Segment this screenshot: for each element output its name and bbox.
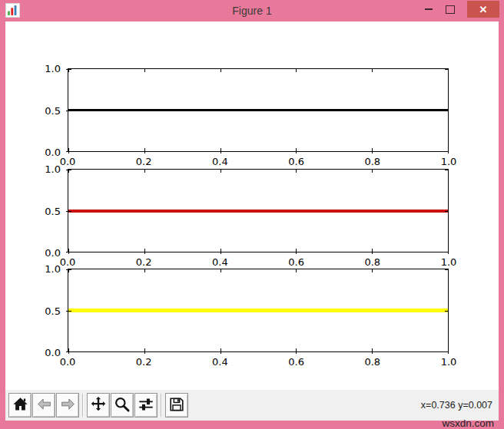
subplot-3: 0.00.20.40.60.81.00.00.51.0 — [68, 269, 449, 352]
watermark: wsxdn.com — [442, 418, 494, 429]
x-tick-mark — [372, 148, 373, 153]
y-tick-label: 0.5 — [45, 205, 61, 216]
x-tick-mark — [448, 69, 449, 72]
close-button[interactable]: ✕ — [467, 1, 499, 18]
zoom-button[interactable] — [111, 393, 134, 417]
y-tick-mark — [445, 252, 448, 252]
x-tick-mark — [372, 170, 373, 173]
toolbar: x=0.736 y=0.007 — [5, 390, 499, 421]
x-tick-label: 0.6 — [288, 356, 304, 368]
x-tick-label: 1.0 — [441, 356, 457, 368]
minimize-button[interactable] — [418, 1, 439, 18]
y-tick-mark — [66, 311, 71, 312]
x-tick-label: 0.2 — [136, 256, 152, 268]
x-tick-mark — [220, 249, 221, 254]
x-tick-label: 1.0 — [441, 256, 457, 268]
axes-area[interactable] — [68, 169, 449, 252]
y-tick-mark — [445, 151, 448, 152]
x-tick-label: 0.8 — [364, 356, 380, 368]
back-button[interactable] — [32, 393, 55, 417]
y-tick-label: 1.0 — [45, 263, 61, 275]
x-tick-mark — [144, 269, 145, 272]
x-tick-label: 0.6 — [288, 256, 304, 268]
subplot-1: 0.00.20.40.60.81.00.00.51.0 — [68, 68, 449, 152]
data-line — [68, 109, 448, 111]
x-tick-label: 0.4 — [212, 256, 228, 268]
x-tick-label: 0.2 — [136, 156, 152, 167]
y-tick-mark — [66, 211, 71, 212]
cursor-status: x=0.736 y=0.007 — [421, 390, 492, 421]
x-tick-label: 0.0 — [60, 356, 76, 368]
zoom-magnifier-icon — [114, 396, 131, 415]
y-tick-mark — [445, 269, 448, 270]
data-line — [68, 210, 448, 213]
y-tick-mark — [445, 351, 448, 352]
maximize-button[interactable] — [439, 1, 461, 18]
toolbar-separator — [82, 394, 83, 417]
x-tick-label: 0.0 — [60, 156, 76, 167]
forward-button[interactable] — [56, 393, 79, 417]
x-tick-mark — [296, 69, 297, 72]
x-tick-mark — [220, 148, 221, 153]
y-tick-mark — [66, 269, 71, 270]
x-tick-mark — [296, 148, 297, 153]
x-tick-label: 0.0 — [60, 256, 76, 268]
subplot-2: 0.00.20.40.60.81.00.00.51.0 — [68, 169, 449, 252]
toolbar-buttons — [8, 393, 188, 417]
save-floppy-icon — [168, 396, 185, 415]
x-tick-mark — [220, 269, 221, 272]
x-tick-mark — [372, 269, 373, 272]
x-tick-mark — [144, 69, 145, 72]
y-tick-label: 0.5 — [45, 104, 61, 116]
y-tick-mark — [66, 111, 71, 111]
axes-area[interactable] — [68, 269, 449, 352]
x-tick-mark — [296, 269, 297, 272]
y-tick-label: 1.0 — [45, 163, 61, 175]
y-tick-label: 0.0 — [45, 247, 61, 259]
x-tick-mark — [144, 170, 145, 173]
x-tick-label: 0.8 — [364, 256, 380, 268]
x-tick-mark — [220, 348, 221, 354]
forward-arrow-icon — [60, 396, 76, 414]
sliders-icon — [138, 396, 154, 415]
x-tick-mark — [296, 249, 297, 254]
y-tick-mark — [66, 69, 71, 70]
y-tick-mark — [66, 252, 71, 252]
y-tick-mark — [66, 170, 71, 170]
y-tick-mark — [445, 69, 448, 70]
y-tick-mark — [445, 111, 448, 111]
y-tick-mark — [445, 311, 448, 312]
data-line — [68, 309, 448, 312]
x-tick-mark — [448, 348, 449, 354]
x-tick-mark — [144, 148, 145, 153]
x-tick-label: 0.8 — [364, 156, 380, 167]
configure-subplots-button[interactable] — [134, 393, 158, 417]
x-tick-mark — [296, 170, 297, 173]
x-tick-label: 0.4 — [212, 356, 228, 368]
x-tick-mark — [144, 249, 145, 254]
titlebar: Figure 1 ✕ — [0, 0, 504, 21]
x-tick-mark — [448, 148, 449, 153]
x-tick-mark — [144, 348, 145, 354]
y-tick-mark — [445, 211, 448, 212]
save-button[interactable] — [165, 393, 188, 417]
close-icon: ✕ — [479, 5, 488, 15]
figure-window: Figure 1 ✕ 0.00.20.40.60.81.00.00.51.00.… — [0, 0, 504, 429]
x-tick-mark — [448, 269, 449, 272]
home-button[interactable] — [8, 393, 32, 417]
y-tick-label: 0.0 — [45, 347, 61, 358]
x-tick-label: 0.6 — [288, 156, 304, 167]
minimize-icon — [425, 8, 433, 10]
x-tick-mark — [448, 170, 449, 173]
pan-button[interactable] — [87, 393, 110, 417]
y-tick-label: 0.5 — [45, 305, 61, 316]
x-tick-mark — [372, 249, 373, 254]
y-tick-mark — [66, 351, 71, 352]
figure-canvas: 0.00.20.40.60.81.00.00.51.00.00.20.40.60… — [5, 21, 499, 390]
x-tick-label: 0.2 — [136, 356, 152, 368]
maximize-icon — [446, 5, 455, 14]
home-icon — [12, 396, 28, 414]
y-tick-label: 0.0 — [45, 147, 61, 158]
x-tick-mark — [372, 69, 373, 72]
axes-area[interactable] — [68, 68, 449, 152]
